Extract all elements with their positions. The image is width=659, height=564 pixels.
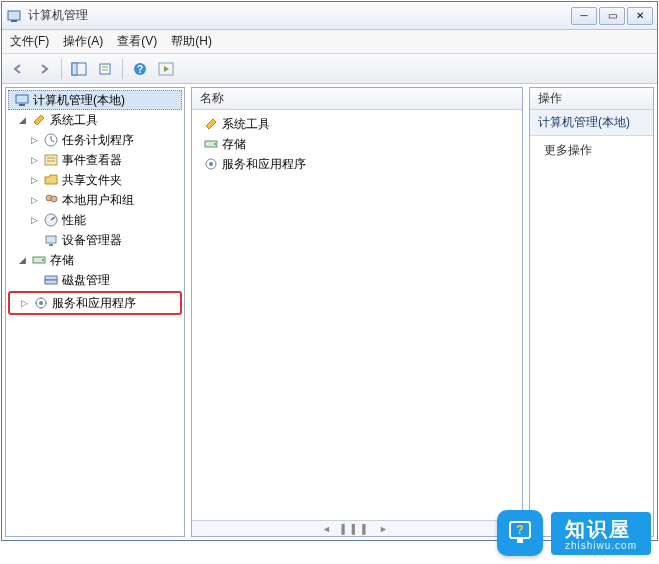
svg-rect-11 — [19, 104, 25, 106]
column-name-label: 名称 — [200, 90, 224, 107]
watermark-brand: 知识屋 — [565, 518, 637, 540]
toolbar: ? — [2, 54, 657, 84]
expand-icon[interactable]: ▷ — [28, 174, 40, 186]
app-icon — [6, 8, 22, 24]
list-pane: 名称 系统工具 存储 服务和应用程序 ◄ ▌▌▌ ► — [191, 87, 523, 537]
tree-performance[interactable]: ▷ 性能 — [8, 210, 182, 230]
minimize-button[interactable]: ─ — [571, 7, 597, 25]
close-button[interactable]: ✕ — [627, 7, 653, 25]
list-item-label: 系统工具 — [222, 116, 270, 133]
collapse-icon[interactable]: ◢ — [16, 114, 28, 126]
tree-label: 服务和应用程序 — [52, 295, 136, 312]
tree-task-scheduler[interactable]: ▷ 任务计划程序 — [8, 130, 182, 150]
tree-label: 计算机管理(本地) — [33, 92, 125, 109]
expand-icon[interactable]: ▷ — [28, 214, 40, 226]
list-item[interactable]: 服务和应用程序 — [196, 154, 518, 174]
tree-label: 磁盘管理 — [62, 272, 110, 289]
svg-point-30 — [209, 162, 213, 166]
list-column-header[interactable]: 名称 — [192, 88, 522, 110]
tree-device-manager[interactable]: 设备管理器 — [8, 230, 182, 250]
actions-header-label: 操作 — [538, 90, 562, 107]
expand-icon[interactable]: ▷ — [18, 297, 30, 309]
tree-event-viewer[interactable]: ▷ 事件查看器 — [8, 150, 182, 170]
services-icon — [203, 156, 219, 172]
event-icon — [43, 152, 59, 168]
content-area: 计算机管理(本地) ◢ 系统工具 ▷ 任务计划程序 ▷ — [2, 84, 657, 540]
svg-rect-23 — [45, 276, 57, 280]
svg-rect-13 — [45, 155, 57, 165]
svg-rect-20 — [49, 244, 53, 246]
help-button[interactable]: ? — [128, 57, 152, 81]
svg-point-22 — [42, 259, 44, 261]
expand-icon[interactable]: ▷ — [28, 134, 40, 146]
list-item[interactable]: 系统工具 — [196, 114, 518, 134]
tree-label: 存储 — [50, 252, 74, 269]
svg-rect-0 — [8, 11, 20, 20]
toolbar-separator — [122, 59, 123, 79]
toolbar-separator — [61, 59, 62, 79]
storage-icon — [31, 252, 47, 268]
device-icon — [43, 232, 59, 248]
tools-icon — [203, 116, 219, 132]
watermark-text: 知识屋 zhishiwu.com — [551, 512, 651, 555]
menu-file[interactable]: 文件(F) — [10, 33, 49, 50]
list-item-label: 服务和应用程序 — [222, 156, 306, 173]
tree-services-apps[interactable]: ▷ 服务和应用程序 — [10, 293, 180, 313]
tree-system-tools[interactable]: ◢ 系统工具 — [8, 110, 182, 130]
tree-label: 系统工具 — [50, 112, 98, 129]
computer-icon — [14, 92, 30, 108]
tree-label: 本地用户和组 — [62, 192, 134, 209]
svg-point-26 — [39, 301, 43, 305]
list-item[interactable]: 存储 — [196, 134, 518, 154]
tree-root[interactable]: 计算机管理(本地) — [8, 90, 182, 110]
watermark-url: zhishiwu.com — [565, 540, 637, 551]
more-actions-item[interactable]: 更多操作 — [530, 136, 653, 165]
expand-icon[interactable]: ▷ — [28, 194, 40, 206]
svg-rect-33 — [517, 539, 523, 543]
svg-rect-24 — [45, 280, 57, 284]
tree-label: 共享文件夹 — [62, 172, 122, 189]
svg-rect-4 — [100, 64, 110, 74]
expand-icon[interactable]: ▷ — [28, 154, 40, 166]
more-actions-label: 更多操作 — [544, 143, 592, 157]
highlight-annotation: ▷ 服务和应用程序 — [8, 291, 182, 315]
svg-rect-10 — [16, 95, 28, 103]
horizontal-scrollbar[interactable]: ◄ ▌▌▌ ► — [192, 520, 522, 536]
menu-help[interactable]: 帮助(H) — [171, 33, 212, 50]
menu-action[interactable]: 操作(A) — [63, 33, 103, 50]
tree-local-users[interactable]: ▷ 本地用户和组 — [8, 190, 182, 210]
list-body: 系统工具 存储 服务和应用程序 — [192, 110, 522, 520]
svg-rect-1 — [11, 20, 17, 22]
actions-header: 操作 — [530, 88, 653, 110]
svg-rect-19 — [46, 236, 56, 243]
nav-tree: 计算机管理(本地) ◢ 系统工具 ▷ 任务计划程序 ▷ — [6, 88, 184, 536]
tree-disk-management[interactable]: 磁盘管理 — [8, 270, 182, 290]
properties-button[interactable] — [93, 57, 117, 81]
collapse-icon[interactable]: ◢ — [16, 254, 28, 266]
shared-folder-icon — [43, 172, 59, 188]
tree-shared-folders[interactable]: ▷ 共享文件夹 — [8, 170, 182, 190]
svg-text:?: ? — [137, 64, 143, 75]
disk-icon — [43, 272, 59, 288]
svg-point-28 — [214, 143, 216, 145]
users-icon — [43, 192, 59, 208]
tools-icon — [31, 112, 47, 128]
titlebar[interactable]: 计算机管理 ─ ▭ ✕ — [2, 2, 657, 30]
window-controls: ─ ▭ ✕ — [571, 7, 653, 25]
tree-pane: 计算机管理(本地) ◢ 系统工具 ▷ 任务计划程序 ▷ — [5, 87, 185, 537]
forward-button[interactable] — [32, 57, 56, 81]
tree-label: 性能 — [62, 212, 86, 229]
svg-rect-3 — [72, 63, 77, 75]
svg-text:?: ? — [516, 523, 523, 537]
tree-storage[interactable]: ◢ 存储 — [8, 250, 182, 270]
back-button[interactable] — [6, 57, 30, 81]
show-hide-tree-button[interactable] — [67, 57, 91, 81]
menu-view[interactable]: 查看(V) — [117, 33, 157, 50]
storage-icon — [203, 136, 219, 152]
maximize-button[interactable]: ▭ — [599, 7, 625, 25]
watermark: ? 知识屋 zhishiwu.com — [497, 510, 651, 556]
refresh-button[interactable] — [154, 57, 178, 81]
svg-point-17 — [51, 196, 57, 202]
actions-body: 计算机管理(本地) 更多操作 — [530, 110, 653, 536]
watermark-badge-icon: ? — [497, 510, 543, 556]
